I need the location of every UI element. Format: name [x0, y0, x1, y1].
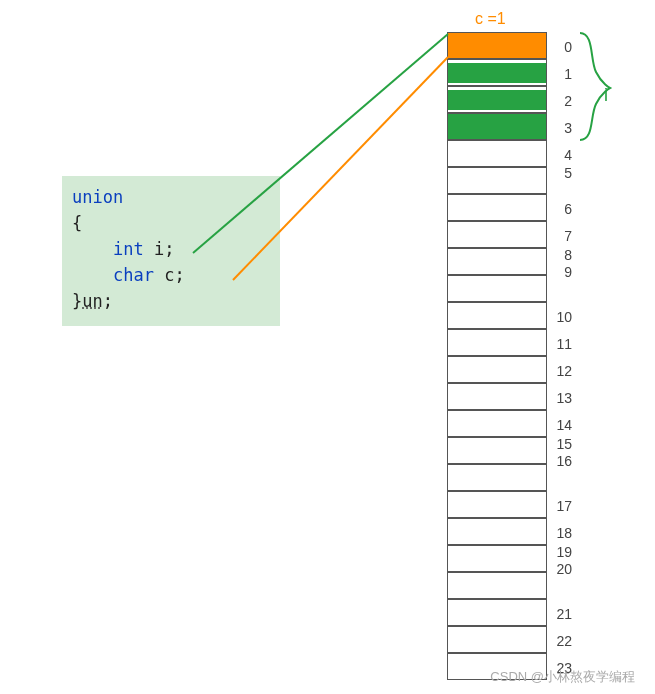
byte-cell-14: 14	[447, 410, 547, 437]
byte-cell-2: 2	[447, 86, 547, 113]
byte-cell-0: 0	[447, 32, 547, 59]
code-block: union { int i; char c; }un;	[62, 176, 280, 326]
byte-cell-15: 15	[447, 437, 547, 464]
byte-cell-11: 11	[447, 329, 547, 356]
byte-cell-7: 7	[447, 221, 547, 248]
var-un: un	[82, 291, 102, 311]
byte-cell-22: 22	[447, 626, 547, 653]
var-c: c	[154, 265, 174, 285]
byte-cell-10: 10	[447, 302, 547, 329]
byte-cell-3: 3	[447, 113, 547, 140]
byte-cell-12: 12	[447, 356, 547, 383]
keyword-int: int	[113, 239, 144, 259]
i-bracket-label: i	[604, 85, 608, 106]
c-equals-label: c =1	[475, 10, 506, 28]
byte-cell-19: 19	[447, 545, 547, 572]
watermark: CSDN @小林熬夜学编程	[490, 668, 635, 686]
byte-cell-20: 20	[447, 572, 547, 599]
keyword-char: char	[113, 265, 154, 285]
byte-cell-8: 8	[447, 248, 547, 275]
byte-cell-21: 21	[447, 599, 547, 626]
byte-cell-17: 17	[447, 491, 547, 518]
var-i: i	[144, 239, 164, 259]
byte-cell-4: 4	[447, 140, 547, 167]
byte-cell-5: 5	[447, 167, 547, 194]
brace-open: {	[72, 213, 82, 233]
byte-cell-13: 13	[447, 383, 547, 410]
byte-cell-18: 18	[447, 518, 547, 545]
brace-close: }	[72, 291, 82, 311]
memory-column: 0 1 2 3 4 5 6 7 8 9 10 11 12 13 14 15 16…	[447, 32, 547, 680]
byte-cell-16: 16	[447, 464, 547, 491]
keyword-union: union	[72, 187, 123, 207]
byte-cell-1: 1	[447, 59, 547, 86]
byte-cell-6: 6	[447, 194, 547, 221]
byte-cell-9: 9	[447, 275, 547, 302]
